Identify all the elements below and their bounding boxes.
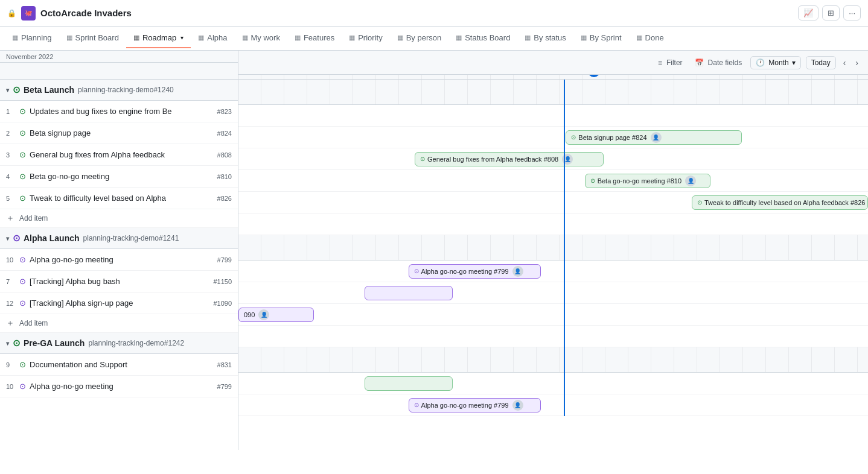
plus-icon: ＋ <box>6 318 14 329</box>
date-fields-button-fixed[interactable]: 📅 Date fields <box>691 57 746 69</box>
prev-button-fixed[interactable]: ‹ <box>841 57 849 69</box>
gantt-row: ⊙ Beta go-no-go meeting #810 👤 <box>238 170 868 192</box>
chevron-down-icon: ▾ <box>6 235 9 242</box>
bar-label: Tweak to difficulty level based on Alpha… <box>704 199 865 206</box>
tab-status-board[interactable]: ▦ Status Board <box>448 28 517 48</box>
tab-planning[interactable]: ▦ Planning <box>5 28 59 48</box>
row-id: #1150 <box>213 278 232 285</box>
row-num: 3 <box>6 151 19 159</box>
gantt-bar: ⊙ Alpha go-no-go meeting #799 👤 <box>409 264 541 279</box>
tab-by-sprint[interactable]: ▦ By Sprint <box>573 28 629 48</box>
tab-alpha[interactable]: ▦ Alpha <box>191 28 234 48</box>
tab-by-status[interactable]: ▦ By status <box>517 28 573 48</box>
tab-roadmap[interactable]: ▦ Roadmap ▾ <box>126 28 191 48</box>
row-num: 1 <box>6 108 19 115</box>
calendar-icon: 📅 <box>695 58 704 67</box>
tabs-bar: ▦ Planning ▦ Sprint Board ▦ Roadmap ▾ ▦ … <box>0 27 868 51</box>
list-item: 12 ⊙ [Tracking] Alpha sign-up page #1090 <box>0 292 238 314</box>
item-done-icon: ⊙ <box>19 107 26 116</box>
priority-icon: ▦ <box>349 34 355 42</box>
row-title: General bug fixes from Alpha feedback <box>30 150 215 159</box>
row-id: #810 <box>217 173 232 180</box>
layout-button[interactable]: ⊞ <box>822 5 840 21</box>
gantt-add-row <box>238 326 868 347</box>
month-selector-fixed[interactable]: 🕐 Month ▾ <box>750 56 800 69</box>
sprint-board-icon: ▦ <box>66 34 72 42</box>
app-title: 🔒 🐙 OctoArcade Invaders <box>7 6 132 21</box>
by-status-icon: ▦ <box>525 34 531 42</box>
list-item: 9 ⊙ Documentation and Support #831 <box>0 354 238 376</box>
gantt-row <box>238 105 868 127</box>
gantt-scroll-area: November 2022 December 2022 242526272829… <box>238 51 868 450</box>
lock-icon: 🔒 <box>7 9 16 17</box>
add-item-label: Add item <box>19 214 48 223</box>
row-id: #831 <box>217 361 232 368</box>
add-item-beta[interactable]: ＋ Add item <box>0 209 238 228</box>
bar-done-icon: ⊙ <box>697 199 702 206</box>
roadmap-dropdown-icon[interactable]: ▾ <box>180 34 183 41</box>
gantt-bar: ⊙ General bug fixes from Alpha feedback … <box>415 152 604 166</box>
group-header-prega-launch[interactable]: ▾ ⊙ Pre-GA Launch planning-tracking-demo… <box>0 333 238 354</box>
chevron-down-icon: ▾ <box>6 340 9 347</box>
item-done-icon: ⊙ <box>19 172 26 181</box>
tab-priority[interactable]: ▦ Priority <box>342 28 389 48</box>
item-progress-icon: ⊙ <box>19 277 26 286</box>
item-done-icon: ⊙ <box>19 360 26 369</box>
row-title: Alpha go-no-go meeting <box>30 255 215 264</box>
filter-button-fixed[interactable]: ≡ Filter <box>654 57 686 69</box>
more-button[interactable]: ··· <box>843 5 861 21</box>
clock-icon: 🕐 <box>756 58 765 67</box>
by-person-icon: ▦ <box>397 34 403 42</box>
beta-launch-meta: planning-tracking-demo#1240 <box>78 86 174 94</box>
app-title-text: OctoArcade Invaders <box>40 8 132 18</box>
prega-launch-title: Pre-GA Launch <box>24 338 85 348</box>
header-actions: 📈 ⊞ ··· <box>798 5 861 21</box>
nov-header: November 2022 <box>6 53 53 60</box>
item-progress-icon: ⊙ <box>19 299 26 308</box>
prega-launch-meta: planning-tracking-demo#1242 <box>88 339 184 347</box>
today-button-fixed[interactable]: Today <box>806 56 836 69</box>
row-title: Beta go-no-go meeting <box>30 172 215 181</box>
tab-done[interactable]: ▦ Done <box>629 28 671 48</box>
add-item-label: Add item <box>19 319 48 327</box>
bar-label: Alpha go-no-go meeting #799 <box>421 402 509 409</box>
next-button-fixed[interactable]: › <box>853 57 861 69</box>
group-header-beta-launch[interactable]: ▾ ⊙ Beta Launch planning-tracking-demo#1… <box>0 80 238 101</box>
add-item-alpha[interactable]: ＋ Add item <box>0 314 238 333</box>
avatar: 👤 <box>562 154 573 165</box>
tab-by-person[interactable]: ▦ By person <box>390 28 449 48</box>
gantt-row: ⊙ Tweak to difficulty level based on Alp… <box>238 192 868 213</box>
tab-my-work[interactable]: ▦ My work <box>235 28 287 48</box>
bar-done-icon: ⊙ <box>571 134 576 141</box>
row-id: #808 <box>217 151 232 159</box>
gantt-row: ⊙ Beta signup page #824 👤 <box>238 127 868 148</box>
gantt-fixed-toolbar: ≡ Filter 📅 Date fields 🕐 Month ▾ Today ‹… <box>238 51 868 75</box>
chart-button[interactable]: 📈 <box>798 5 819 21</box>
planning-icon: ▦ <box>12 34 18 42</box>
row-title: [Tracking] Alpha sign-up page <box>30 299 211 308</box>
group-header-alpha-launch[interactable]: ▾ ⊙ Alpha Launch planning-tracking-demo#… <box>0 228 238 249</box>
avatar: 👤 <box>258 309 269 320</box>
bar-progress-icon: ⊙ <box>414 268 419 274</box>
gantt-bar: ⊙ Tweak to difficulty level based on Alp… <box>692 195 868 210</box>
gantt-row: ⊙ General bug fixes from Alpha feedback … <box>238 148 868 170</box>
list-item: 2 ⊙ Beta signup page #824 <box>0 122 238 144</box>
gantt-body: ⊙ Beta signup page #824 👤 ⊙ General bug … <box>238 80 868 416</box>
gantt-bar: ⊙ Alpha go-no-go meeting #799 👤 <box>409 398 541 412</box>
item-done-icon: ⊙ <box>19 128 26 137</box>
avatar: 👤 <box>651 132 662 143</box>
list-item: 3 ⊙ General bug fixes from Alpha feedbac… <box>0 144 238 166</box>
gantt-scroll[interactable]: November 2022 December 2022 242526272829… <box>238 51 868 450</box>
gantt-group-row <box>238 235 868 261</box>
tab-sprint-board[interactable]: ▦ Sprint Board <box>59 28 126 48</box>
bar-label: Beta signup page #824 <box>578 134 646 141</box>
prega-launch-done-icon: ⊙ <box>13 338 21 349</box>
bar-label: General bug fixes from Alpha feedback #8… <box>427 156 558 163</box>
item-progress-icon: ⊙ <box>19 255 26 264</box>
tab-features[interactable]: ▦ Features <box>287 28 342 48</box>
chevron-down-icon: ▾ <box>792 58 796 67</box>
row-num: 5 <box>6 195 19 202</box>
gantt-row <box>238 282 868 304</box>
status-board-icon: ▦ <box>456 34 462 42</box>
row-id: #1090 <box>213 300 232 307</box>
